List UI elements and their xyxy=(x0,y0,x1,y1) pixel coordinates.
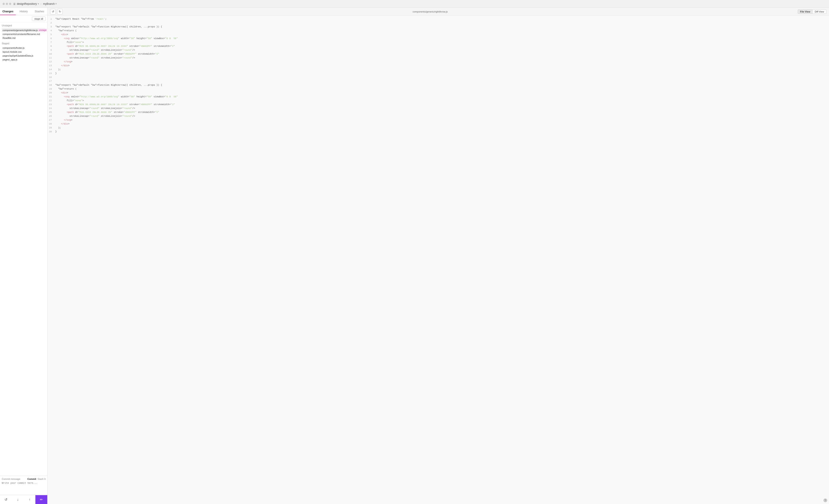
repo-chevron-icon: ▾ xyxy=(38,3,39,5)
stash-button[interactable]: Stash It xyxy=(38,478,45,480)
download-icon: ↓ xyxy=(17,498,19,502)
line-number: 29 xyxy=(47,126,55,130)
line-number: 2 xyxy=(47,21,55,25)
diff-view-button[interactable]: Diff View xyxy=(813,9,826,14)
stage-all-button[interactable]: stage all xyxy=(32,16,45,21)
line-number: 22 xyxy=(47,99,55,103)
pencil-icon: ✏ xyxy=(40,498,43,502)
branch-selector[interactable]: myBranch ▾ xyxy=(43,2,57,5)
line-number: 16 xyxy=(47,76,55,79)
repo-selector[interactable]: 🖥 designRepository ▾ xyxy=(13,2,39,6)
line-text: } xyxy=(55,130,829,134)
tab-stashes[interactable]: Stashes xyxy=(32,8,47,15)
file-name: pages/_app.js xyxy=(3,58,17,61)
branch-chevron-icon: ▾ xyxy=(56,3,57,5)
top-bar: 🖥 designRepository ▾ › myBranch ▾ xyxy=(0,0,829,8)
commit-message-input[interactable] xyxy=(2,481,45,492)
file-name: ReadMe.md xyxy=(3,37,15,39)
staged-section: Staged components/footer.js layout.modul… xyxy=(0,40,47,62)
line-text: strokeLinecap="round" strokeLinejoin="ro… xyxy=(55,56,829,60)
line-text: <path d="M29 38.6666L38.6667 29L29 19.33… xyxy=(55,103,829,107)
list-item[interactable]: pages/api/getUpdatedData.js xyxy=(2,54,45,58)
line-number: 6 xyxy=(47,37,55,41)
code-line: 11 strokeLinecap="round" strokeLinejoin=… xyxy=(47,56,829,60)
code-line: 21 <svg xmlns="http://www.w3.org/2000/sv… xyxy=(47,95,829,99)
staged-label: Staged xyxy=(2,42,45,45)
line-number: 15 xyxy=(47,72,55,76)
file-name: components/generic/rightArrow.js xyxy=(3,29,38,32)
code-line: 24 strokeLinecap="round" strokeLinejoin=… xyxy=(47,107,829,110)
line-text: <svg xmlns="http://www.w3.org/2000/svg" … xyxy=(55,37,829,41)
line-text: strokeLinecap="round" strokeLinejoin="ro… xyxy=(55,114,829,118)
line-text: <path d="M29 38.6666L38.6667 29L29 19.33… xyxy=(55,44,829,48)
line-number: 25 xyxy=(47,110,55,114)
file-path: components/generic/rightArrow.js xyxy=(412,10,448,13)
dot-green xyxy=(9,3,11,5)
help-button[interactable]: ? xyxy=(823,498,827,502)
code-line: 16 xyxy=(47,76,829,79)
code-line: 29 ); xyxy=(47,126,829,130)
line-text: </svg> xyxy=(55,118,829,122)
push-button[interactable]: ↑ xyxy=(24,495,36,504)
stage-area: stage all xyxy=(0,15,47,23)
sidebar: Changes History Stashes stage all Unstag… xyxy=(0,8,47,504)
pull-button[interactable]: ↓ xyxy=(12,495,24,504)
code-wrapper: 1"kw">import React "kw">from 'react';23"… xyxy=(47,15,829,504)
code-content[interactable]: 1"kw">import React "kw">from 'react';23"… xyxy=(47,15,829,504)
line-number: 21 xyxy=(47,95,55,99)
unstaged-label: Unstaged xyxy=(2,24,45,27)
unstage-badge[interactable]: unstage xyxy=(38,29,48,32)
line-number: 1 xyxy=(47,17,55,21)
code-line: 22 fill="none"> xyxy=(47,99,829,103)
list-item[interactable]: layout.module.css xyxy=(2,50,45,54)
commit-area: Commit message Commit Stash It xyxy=(0,476,47,495)
line-text: ); xyxy=(55,68,829,72)
code-line: 4 "kw">return ( xyxy=(47,29,829,33)
code-line: 27 </svg> xyxy=(47,118,829,122)
line-number: 18 xyxy=(47,83,55,87)
edit-button[interactable]: ✏ xyxy=(35,495,47,504)
dot-red xyxy=(3,3,5,5)
line-text: <div> xyxy=(55,91,829,95)
line-text: fill="none"> xyxy=(55,99,829,103)
view-toggle: File View Diff View xyxy=(798,9,826,14)
line-text: </div> xyxy=(55,122,829,126)
code-line: 8 <path d="M29 38.6666L38.6667 29L29 19.… xyxy=(47,44,829,48)
line-number: 17 xyxy=(47,79,55,83)
line-text: <path d="M19.3333 29L38.6666 29" stroke=… xyxy=(55,110,829,114)
line-number: 20 xyxy=(47,91,55,95)
commit-actions: Commit Stash It xyxy=(27,478,45,480)
file-name: components/constants/filename.md xyxy=(3,33,40,35)
code-toolbar: ↺ ↻ components/generic/rightArrow.js Fil… xyxy=(47,8,829,15)
list-item[interactable]: components/generic/rightArrow.js unstage xyxy=(2,28,45,32)
redo-button[interactable]: ↻ xyxy=(57,9,63,14)
line-number: 26 xyxy=(47,114,55,118)
line-text: fill="none"> xyxy=(55,41,829,44)
refresh-button[interactable]: ↺ xyxy=(0,495,12,504)
line-text: "kw">return ( xyxy=(55,29,829,33)
line-number: 8 xyxy=(47,44,55,48)
list-item[interactable]: components/constants/filename.md xyxy=(2,32,45,36)
repo-icon: 🖥 xyxy=(13,2,16,6)
code-line: 12 </svg> xyxy=(47,60,829,64)
tab-history[interactable]: History xyxy=(16,8,32,15)
code-line: 14 ); xyxy=(47,68,829,72)
file-name: layout.module.css xyxy=(3,50,22,53)
code-line: 28 </div> xyxy=(47,122,829,126)
undo-button[interactable]: ↺ xyxy=(50,9,56,14)
line-text: "kw">export "kw">default "kw">function R… xyxy=(55,83,829,87)
list-item[interactable]: components/footer.js xyxy=(2,46,45,50)
tab-changes[interactable]: Changes xyxy=(0,8,16,15)
line-text: ); xyxy=(55,126,829,130)
code-line: 9 strokeLinecap="round" strokeLinejoin="… xyxy=(47,48,829,52)
refresh-icon: ↺ xyxy=(4,498,7,502)
commit-button[interactable]: Commit xyxy=(27,478,36,480)
list-item[interactable]: ReadMe.md xyxy=(2,36,45,40)
unstaged-section: Unstaged components/generic/rightArrow.j… xyxy=(0,23,47,40)
line-text: } xyxy=(55,72,829,76)
file-view-button[interactable]: File View xyxy=(798,9,813,14)
list-item[interactable]: pages/_app.js xyxy=(2,58,45,62)
repo-name: designRepository xyxy=(17,2,37,5)
code-line: 2 xyxy=(47,21,829,25)
code-line: 10 <path d="M19.3333 29L38.6666 29" stro… xyxy=(47,52,829,56)
